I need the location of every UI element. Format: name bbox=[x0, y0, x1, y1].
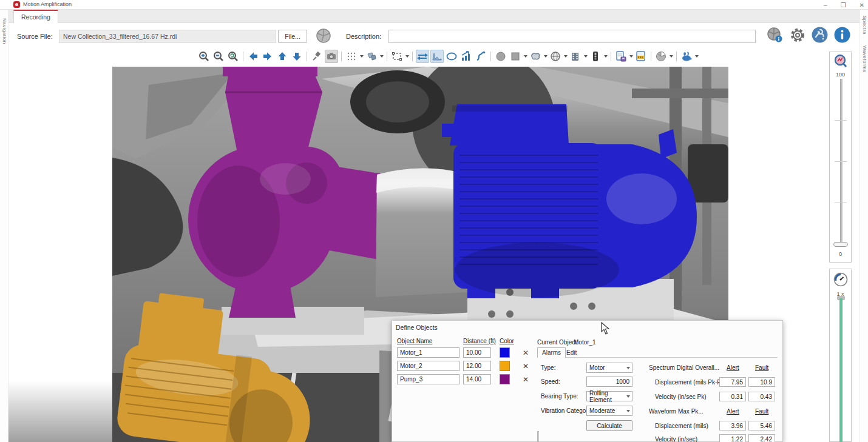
pan-up-icon[interactable] bbox=[276, 50, 289, 63]
waveform-max-header: Waveform Max Pk... bbox=[649, 408, 704, 415]
pie-dropdown-caret[interactable] bbox=[670, 55, 673, 58]
amplification-slider-track[interactable] bbox=[840, 79, 843, 243]
waveform-icon[interactable] bbox=[416, 50, 429, 63]
navigation-panel-strip[interactable]: Navigation bbox=[0, 10, 8, 442]
source-file-field[interactable]: New Collection_33_filtered_16.67 Hz.rdi bbox=[59, 30, 276, 43]
window-title: Motion Amplification bbox=[23, 1, 72, 7]
vibration-category-select[interactable]: Moderate bbox=[586, 406, 632, 416]
grid-icon[interactable] bbox=[345, 50, 358, 63]
levels-dropdown-caret[interactable] bbox=[604, 55, 608, 58]
levels-icon[interactable] bbox=[589, 50, 602, 63]
fill-dropdown-caret[interactable] bbox=[524, 55, 527, 58]
object-name-input[interactable]: Motor_1 bbox=[397, 347, 459, 358]
distance-input[interactable]: 10.00 bbox=[463, 347, 491, 358]
content-background bbox=[8, 340, 112, 442]
blob-dropdown-caret[interactable] bbox=[544, 55, 548, 58]
info-icon[interactable] bbox=[833, 26, 851, 46]
type-select[interactable]: Motor bbox=[586, 363, 632, 373]
close-button[interactable]: ✕ bbox=[860, 2, 864, 8]
alarm-row-label: Velocity (in/sec Pk) bbox=[655, 393, 706, 400]
speed-slider-track[interactable] bbox=[839, 298, 843, 442]
chart-icon[interactable] bbox=[459, 50, 473, 63]
ellipse-roi-icon[interactable] bbox=[445, 50, 458, 63]
filled-circle-icon[interactable] bbox=[494, 50, 507, 63]
minimize-button[interactable]: – bbox=[824, 2, 827, 8]
alert-column-header: Alert bbox=[727, 408, 739, 415]
type-label: Type: bbox=[541, 364, 555, 371]
alert-value[interactable]: 1.22 bbox=[719, 434, 746, 442]
snapshot-icon[interactable] bbox=[325, 50, 338, 63]
alarm-row-label: Velocity (in/sec) bbox=[655, 436, 697, 442]
fault-value[interactable]: 2.42 bbox=[748, 434, 775, 442]
object-name-input[interactable]: Pump_3 bbox=[397, 374, 459, 384]
globe-icon[interactable] bbox=[549, 50, 562, 63]
export-dropdown-caret[interactable] bbox=[629, 55, 633, 58]
speed-input[interactable]: 1000 bbox=[586, 377, 632, 387]
freehand-blob-icon[interactable] bbox=[529, 50, 542, 63]
amplification-slider-handle[interactable] bbox=[833, 242, 848, 247]
pan-left-icon[interactable] bbox=[246, 50, 260, 63]
roi-dropdown-caret[interactable] bbox=[405, 55, 409, 58]
zoom-out-icon[interactable] bbox=[212, 50, 225, 63]
globe-dropdown-caret[interactable] bbox=[564, 55, 568, 58]
filmstrip-icon[interactable] bbox=[569, 50, 582, 63]
zoom-reset-icon[interactable] bbox=[226, 50, 240, 63]
aperture-info-icon[interactable] bbox=[766, 27, 783, 46]
alert-value[interactable]: 3.96 bbox=[719, 421, 746, 430]
aperture-icon[interactable] bbox=[316, 28, 331, 46]
right-panel-strip[interactable]: Spectra Waveforms bbox=[860, 10, 868, 442]
play-dropdown-caret[interactable] bbox=[695, 55, 699, 58]
shapes-dropdown-caret[interactable] bbox=[380, 55, 384, 58]
alert-column-header: Alert bbox=[727, 364, 739, 371]
calculate-button[interactable]: Calculate bbox=[586, 420, 632, 431]
fault-value[interactable]: 0.43 bbox=[748, 392, 775, 401]
distance-input[interactable]: 12.00 bbox=[463, 361, 491, 371]
tab-recording[interactable]: Recording bbox=[13, 10, 58, 23]
description-input[interactable] bbox=[388, 30, 756, 43]
navigation-strip-label[interactable]: Navigation bbox=[2, 18, 7, 44]
bearing-type-label: Bearing Type: bbox=[541, 393, 578, 400]
shapes-icon[interactable] bbox=[365, 50, 378, 63]
pie-chart-icon[interactable] bbox=[654, 50, 668, 63]
filled-square-icon[interactable] bbox=[509, 50, 522, 63]
amplification-icon bbox=[830, 54, 851, 71]
column-header-color: Color bbox=[500, 338, 514, 344]
color-swatch[interactable] bbox=[500, 361, 510, 371]
fault-value[interactable]: 10.9 bbox=[748, 377, 775, 387]
support-tools-icon[interactable] bbox=[811, 26, 829, 46]
alarm-row-label: Displacement (mils Pk-Pk) bbox=[655, 379, 726, 386]
settings-gear-icon[interactable] bbox=[789, 27, 806, 46]
fault-value[interactable]: 5.46 bbox=[748, 421, 775, 430]
maximize-button[interactable]: ❐ bbox=[841, 2, 846, 8]
grid-dropdown-caret[interactable] bbox=[360, 55, 364, 58]
app-window: Motion Amplification – ❐ ✕ Navigation Sp… bbox=[0, 0, 868, 442]
export-report-icon[interactable] bbox=[614, 50, 628, 63]
play-speed-icon[interactable] bbox=[680, 50, 693, 63]
speed-label: Speed: bbox=[541, 378, 560, 385]
file-button[interactable]: File... bbox=[278, 30, 307, 43]
pan-right-icon[interactable] bbox=[261, 50, 274, 63]
pan-down-icon[interactable] bbox=[290, 50, 303, 63]
spectrum-icon[interactable] bbox=[430, 50, 444, 63]
color-swatch[interactable] bbox=[500, 374, 510, 384]
alert-value[interactable]: 7.95 bbox=[719, 377, 746, 387]
toolbar bbox=[112, 49, 728, 64]
distance-input[interactable]: 14.00 bbox=[463, 374, 491, 384]
zoom-in-icon[interactable] bbox=[197, 50, 211, 63]
spectra-strip-label[interactable]: Spectra bbox=[862, 16, 867, 35]
object-name-input[interactable]: Motor_2 bbox=[397, 361, 459, 371]
waveforms-strip-label[interactable]: Waveforms bbox=[862, 45, 867, 73]
alert-value[interactable]: 0.31 bbox=[719, 392, 746, 401]
contour-line-icon[interactable] bbox=[474, 50, 487, 63]
tab-alarms[interactable]: Alarms bbox=[537, 347, 566, 358]
bearing-type-select[interactable]: Rolling Element bbox=[586, 391, 632, 401]
delete-object-button[interactable]: ✕ bbox=[521, 361, 530, 371]
filmstrip-dropdown-caret[interactable] bbox=[584, 55, 588, 58]
roi-rectangle-icon[interactable] bbox=[390, 50, 404, 63]
color-swatch[interactable] bbox=[500, 347, 510, 358]
speed-panel: 1 x bbox=[829, 269, 852, 442]
pin-icon[interactable] bbox=[310, 50, 324, 63]
delete-object-button[interactable]: ✕ bbox=[521, 375, 530, 384]
delete-object-button[interactable]: ✕ bbox=[521, 348, 530, 358]
export-gif-icon[interactable] bbox=[634, 50, 648, 63]
